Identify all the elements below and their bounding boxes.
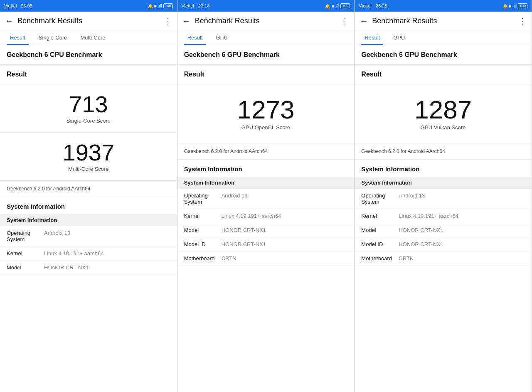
sys-info-key-model-3: Model <box>361 227 399 233</box>
sys-info-val-os-2: Android 13 <box>222 192 348 199</box>
sys-info-subheader-3: System Information <box>355 177 532 189</box>
sys-info-val-motherboard-3: CRTN <box>399 255 525 261</box>
sys-info-val-os-1: Android 13 <box>44 230 170 236</box>
sys-info-row-os-3: Operating System Android 13 <box>355 189 532 209</box>
benchmark-title-3: Geekbench 6 GPU Benchmark <box>361 51 525 59</box>
alarm-icon-2: 🔔 <box>325 4 330 8</box>
sys-info-row-kernel-3: Kernel Linux 4.19.191+ aarch64 <box>355 209 532 223</box>
sys-info-val-modelid-3: HONOR CRT-NX1 <box>399 241 525 247</box>
carrier-3: Viettel <box>359 3 371 8</box>
version-3: Geekbench 6.2.0 for Android AArch64 <box>355 143 532 160</box>
status-bar-3: Viettel 23:28 🔔 ■ .ıll 100 <box>355 0 532 12</box>
tab-result-3[interactable]: Result <box>361 30 383 45</box>
result-label-section-3: Result <box>355 65 532 84</box>
score-label-2a: GPU OpenCL Score <box>241 124 290 131</box>
sys-info-title-3: System Information <box>355 160 532 177</box>
sys-info-key-model-1: Model <box>7 264 44 271</box>
sys-info-key-motherboard-2: Motherboard <box>184 255 222 261</box>
result-label-1: Result <box>7 71 170 78</box>
top-bar-2: ← Benchmark Results ⋮ <box>177 12 355 30</box>
tab-gpu-3[interactable]: GPU <box>390 30 408 45</box>
signal-icon: .ıll <box>158 4 162 8</box>
page-title-1: Benchmark Results <box>17 17 164 25</box>
sys-info-row-motherboard-3: Motherboard CRTN <box>355 251 532 266</box>
top-bar-1: ← Benchmark Results ⋮ <box>0 12 177 30</box>
sys-info-row-os-1: Operating System Android 13 <box>0 226 177 247</box>
benchmark-title-section-3: Geekbench 6 GPU Benchmark <box>355 45 532 65</box>
version-1: Geekbench 6.2.0 for Android AArch64 <box>0 181 177 197</box>
sys-info-key-modelid-3: Model ID <box>361 241 399 247</box>
back-arrow-1[interactable]: ← <box>5 16 13 26</box>
sys-info-row-os-2: Operating System Android 13 <box>177 189 355 209</box>
back-arrow-2[interactable]: ← <box>182 16 191 26</box>
sys-info-row-kernel-1: Kernel Linux 4.19.191+ aarch64 <box>0 247 177 261</box>
score-value-2a: 1273 <box>237 97 295 123</box>
sys-info-title-1: System Information <box>0 197 177 214</box>
sys-info-val-model-1: HONOR CRT-NX1 <box>44 264 170 271</box>
signal-icon-3: .ıll <box>512 4 517 8</box>
content-1: Geekbench 6 CPU Benchmark Result 713 Sin… <box>0 45 177 392</box>
top-bar-3: ← Benchmark Results ⋮ <box>355 12 532 30</box>
phone-panel-1: Viettel 23:05 🔔 ■ .ıll 100 ← Benchmark R… <box>0 0 177 392</box>
sys-info-table-3: System Information Operating System Andr… <box>355 177 532 266</box>
tabs-2: Result GPU <box>177 30 355 45</box>
sys-info-table-2: System Information Operating System Andr… <box>177 177 355 266</box>
time-2: 23:18 <box>198 3 210 8</box>
page-title-2: Benchmark Results <box>195 17 341 25</box>
score-label-1a: Single-Core Score <box>66 118 111 124</box>
result-label-3: Result <box>361 71 525 78</box>
tabs-1: Result Single-Core Multi-Core <box>0 30 177 45</box>
score-section-1a: 713 Single-Core Score <box>0 84 177 133</box>
score-value-1a: 713 <box>69 93 108 116</box>
score-section-3a: 1287 GPU Vulkan Score <box>355 84 532 143</box>
status-bar-2: Viettel 23:18 🔔 ■ .ıll 100 <box>177 0 355 12</box>
sys-info-subheader-1: System Information <box>0 214 177 226</box>
carrier-2: Viettel <box>182 3 194 8</box>
result-label-2: Result <box>184 71 348 78</box>
sys-info-title-2: System Information <box>177 160 355 177</box>
benchmark-title-2: Geekbench 6 GPU Benchmark <box>184 51 348 59</box>
sys-info-val-model-2: HONOR CRT-NX1 <box>222 227 348 233</box>
sys-info-key-model-2: Model <box>184 227 222 233</box>
status-carrier-time-2: Viettel 23:18 <box>182 3 210 8</box>
menu-dots-1[interactable]: ⋮ <box>164 16 172 26</box>
score-value-3a: 1287 <box>414 97 472 123</box>
tab-multi-core-1[interactable]: Multi-Core <box>77 30 109 45</box>
tab-gpu-2[interactable]: GPU <box>213 30 231 45</box>
sys-info-key-os-2: Operating System <box>184 192 222 205</box>
wifi-icon-2: ■ <box>331 4 334 8</box>
menu-dots-3[interactable]: ⋮ <box>518 16 527 26</box>
page-title-3: Benchmark Results <box>372 17 518 25</box>
benchmark-title-section-2: Geekbench 6 GPU Benchmark <box>177 45 355 65</box>
result-label-section-1: Result <box>0 65 177 84</box>
sys-info-val-kernel-1: Linux 4.19.191+ aarch64 <box>44 250 170 256</box>
sys-info-val-modelid-2: HONOR CRT-NX1 <box>222 241 348 247</box>
sys-info-val-kernel-3: Linux 4.19.191+ aarch64 <box>399 213 525 219</box>
menu-dots-2[interactable]: ⋮ <box>341 16 349 26</box>
time-1: 23:05 <box>21 3 32 8</box>
sys-info-val-kernel-2: Linux 4.19.191+ aarch64 <box>222 213 348 219</box>
battery-icon-2: 100 <box>340 3 350 8</box>
sys-info-row-model-2: Model HONOR CRT-NX1 <box>177 223 355 237</box>
content-3: Geekbench 6 GPU Benchmark Result 1287 GP… <box>355 45 532 392</box>
content-2: Geekbench 6 GPU Benchmark Result 1273 GP… <box>177 45 355 392</box>
result-label-section-2: Result <box>177 65 355 84</box>
alarm-icon-3: 🔔 <box>502 4 507 8</box>
back-arrow-3[interactable]: ← <box>360 16 368 26</box>
battery-icon: 100 <box>163 3 173 8</box>
score-section-1b: 1937 Multi-Core Score <box>0 133 177 181</box>
tab-single-core-1[interactable]: Single-Core <box>35 30 71 45</box>
sys-info-table-1: System Information Operating System Andr… <box>0 214 177 275</box>
score-label-1b: Multi-Core Score <box>68 166 109 172</box>
tab-result-2[interactable]: Result <box>184 30 206 45</box>
phone-panel-3: Viettel 23:28 🔔 ■ .ıll 100 ← Benchmark R… <box>355 0 532 392</box>
carrier-1: Viettel <box>4 3 17 8</box>
sys-info-key-os-3: Operating System <box>361 192 399 205</box>
sys-info-row-kernel-2: Kernel Linux 4.19.191+ aarch64 <box>177 209 355 223</box>
sys-info-row-modelid-3: Model ID HONOR CRT-NX1 <box>355 237 532 251</box>
wifi-icon-3: ■ <box>509 4 511 8</box>
tab-result-1[interactable]: Result <box>7 30 29 45</box>
sys-info-key-kernel-2: Kernel <box>184 213 222 219</box>
status-bar-1: Viettel 23:05 🔔 ■ .ıll 100 <box>0 0 177 12</box>
status-icons-1: 🔔 ■ .ıll 100 <box>148 3 173 8</box>
